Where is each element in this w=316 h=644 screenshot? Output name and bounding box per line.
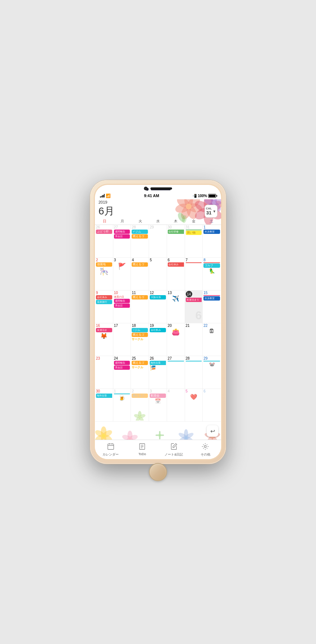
event[interactable]: 水泳教室: [203, 296, 220, 301]
cell-jun1[interactable]: 1 水泳教室: [203, 225, 221, 258]
cell-jun3[interactable]: 3 🚩: [113, 258, 131, 290]
calendar-picker-button[interactable]: CAL 31 ▼: [205, 205, 218, 218]
date-num: 15: [203, 291, 220, 295]
event[interactable]: 週間報告: [114, 361, 130, 365]
cell-jun27[interactable]: 27: [167, 356, 185, 389]
cell-jun14[interactable]: 14 友達泊まり 6: [185, 290, 203, 323]
event[interactable]: 水泳教室: [203, 230, 220, 234]
event[interactable]: [186, 361, 202, 361]
cell-jul1[interactable]: 1 🍺: [113, 389, 131, 422]
cell-jun17[interactable]: 17: [113, 323, 131, 356]
cell-jun5[interactable]: 5: [149, 258, 167, 290]
cell-jul5[interactable]: 5 ❤️: [185, 389, 203, 422]
cell-jun25[interactable]: 25 燃えるゴ サークル: [131, 356, 149, 389]
event[interactable]: [203, 295, 220, 296]
back-button[interactable]: ↩: [207, 425, 218, 437]
day-header-thu: 木: [167, 218, 185, 225]
event[interactable]: 英会話: [114, 303, 130, 308]
event[interactable]: 英会話: [114, 365, 130, 370]
cell-jul3[interactable]: 3 歓迎会 📅: [149, 389, 167, 422]
event[interactable]: 燃えるゴ: [132, 361, 148, 365]
event[interactable]: [186, 230, 202, 230]
event[interactable]: 温泉旅行: [96, 300, 112, 304]
cell-jun9[interactable]: 9 会社休み 温泉旅行: [95, 290, 113, 323]
event[interactable]: 燃えるゴ: [132, 234, 148, 239]
cell-jun28[interactable]: 28: [185, 356, 203, 389]
event[interactable]: 会社休み: [168, 262, 184, 267]
cell-jun12[interactable]: 12 大阪出張: [149, 290, 167, 323]
cell-jul4[interactable]: 4: [167, 389, 185, 422]
event[interactable]: ゴルフ: [203, 263, 220, 268]
cell-jun4[interactable]: 4 燃えるゴ: [131, 258, 149, 290]
cell-may26[interactable]: 26 ぶどう狩: [95, 225, 113, 258]
event[interactable]: 燃えるゴ: [132, 262, 148, 267]
tab-other[interactable]: その他: [190, 441, 221, 457]
event[interactable]: 遊園地: [96, 262, 112, 267]
event[interactable]: [186, 262, 202, 263]
event: サークル: [132, 366, 143, 369]
cell-may27[interactable]: 27 週間報告 英会話: [113, 225, 131, 258]
event[interactable]: [168, 361, 184, 361]
cell-jun19[interactable]: 19 会社飲み: [149, 323, 167, 356]
event[interactable]: 会社休み: [96, 295, 112, 299]
event[interactable]: 燃えるゴ: [132, 295, 148, 299]
event[interactable]: 会社研修: [168, 230, 184, 234]
cell-jun24[interactable]: 24 週間報告 英会話: [113, 356, 131, 389]
cell-jul2[interactable]: 2 燃えるゴ: [131, 389, 149, 422]
event[interactable]: 燃えるゴ: [132, 394, 148, 398]
cell-jun10[interactable]: 10 体育の日 週間報告 英会話: [113, 290, 131, 323]
cell-jun21[interactable]: 21: [185, 323, 203, 356]
event[interactable]: ○ジム: [132, 328, 148, 332]
tab-notes[interactable]: ノート&日記: [158, 441, 190, 457]
date-num: 5: [150, 258, 166, 262]
cell-jun13[interactable]: 13 ✈️: [167, 290, 185, 323]
other-tab-icon: [200, 441, 210, 452]
event[interactable]: 友達泊まり: [186, 298, 202, 302]
cell-jun26[interactable]: 26 海外出張 🎏: [149, 356, 167, 389]
event[interactable]: 週間報告: [114, 230, 130, 234]
event[interactable]: ぶどう狩: [96, 230, 112, 234]
event[interactable]: 英会話: [114, 234, 130, 239]
tab-todo[interactable]: ToDo: [127, 441, 158, 457]
cell-jun20[interactable]: 20 👛: [167, 323, 185, 356]
cell-jun16[interactable]: 16 友達泊ま 🦊: [95, 323, 113, 356]
cell-jun2[interactable]: 2 遊園地 🎠: [95, 258, 113, 290]
home-button[interactable]: [149, 463, 167, 481]
tab-calendar[interactable]: カレンダー: [95, 441, 127, 457]
event[interactable]: 買い物: [186, 231, 202, 235]
event[interactable]: 週間報告: [114, 299, 130, 303]
calendar-month: 6月: [98, 204, 114, 218]
cell-jun8[interactable]: 8 ゴルフ 🦜: [203, 258, 221, 290]
cell-jun29[interactable]: 29 🐭: [203, 356, 221, 389]
cell-may30[interactable]: 30 会社研修: [167, 225, 185, 258]
cell-jun30[interactable]: 30 海外出張: [95, 389, 113, 422]
event[interactable]: 海外出張: [150, 361, 166, 365]
cell-jun15[interactable]: 15 水泳教室: [203, 290, 221, 323]
event[interactable]: [203, 262, 220, 263]
todo-tab-icon: [137, 441, 147, 452]
event[interactable]: ✓ジム: [132, 230, 148, 234]
cell-may31[interactable]: 31 買い物: [185, 225, 203, 258]
calendar-year: 2019: [98, 200, 218, 204]
cell-jun6[interactable]: 6 会社休み: [167, 258, 185, 290]
cell-may29[interactable]: 29: [149, 225, 167, 258]
date-num: 29: [150, 225, 166, 229]
event[interactable]: 友達泊ま: [96, 328, 112, 332]
cell-jun22[interactable]: 22 🗓: [203, 323, 221, 356]
date-num: 8: [203, 258, 220, 262]
cell-jun7[interactable]: 7: [185, 258, 203, 290]
date-num: 24: [114, 356, 130, 360]
day-header-tue: 火: [131, 218, 149, 225]
cell-jun18[interactable]: 18 ○ジム 燃えるゴ サークル: [131, 323, 149, 356]
event[interactable]: 燃えるゴ: [132, 333, 148, 337]
event[interactable]: 海外出張: [96, 394, 112, 398]
cell-may28[interactable]: 28 ✓ジム 燃えるゴ: [131, 225, 149, 258]
cell-jun23[interactable]: 23: [95, 356, 113, 389]
date-num: 21: [186, 324, 202, 328]
cell-jun11[interactable]: 11 燃えるゴ: [131, 290, 149, 323]
cell-jul6[interactable]: 6: [203, 389, 221, 422]
event[interactable]: 大阪出張: [150, 295, 166, 299]
bluetooth-icon: 📲: [192, 194, 197, 198]
event[interactable]: 歓迎会: [150, 394, 166, 398]
event[interactable]: 会社飲み: [150, 328, 166, 332]
